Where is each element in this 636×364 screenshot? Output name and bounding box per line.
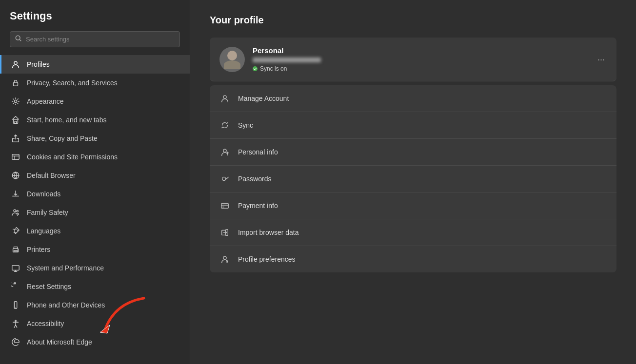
search-input[interactable]: [26, 36, 175, 43]
svg-point-12: [17, 211, 19, 212]
sidebar-item-profiles[interactable]: Profiles: [0, 55, 190, 74]
privacy-icon: [11, 78, 20, 87]
nav-label: Appearance: [27, 97, 64, 105]
svg-point-2: [14, 61, 17, 64]
profile-card[interactable]: Personal Sync is on ···: [210, 38, 616, 81]
home-icon: [11, 115, 20, 124]
appearance-icon: [11, 97, 20, 106]
profile-more-button[interactable]: ···: [594, 52, 609, 66]
sidebar-item-appearance[interactable]: Appearance: [0, 92, 190, 111]
svg-rect-14: [14, 250, 17, 252]
settings-title: Settings: [0, 10, 190, 31]
menu-item-sync[interactable]: Sync: [210, 112, 616, 139]
svg-rect-23: [221, 204, 228, 209]
nav-label: Start, home, and new tabs: [27, 116, 106, 124]
menu-item-personal-info[interactable]: Personal info: [210, 139, 616, 166]
main-content: Your profile Personal Sync is on ··· Man…: [190, 0, 636, 364]
menu-label: Payment info: [238, 202, 278, 210]
profile-icon: [11, 60, 20, 69]
share-icon: [11, 134, 20, 143]
sidebar-item-printers[interactable]: Printers: [0, 240, 190, 259]
printers-icon: [11, 245, 20, 254]
svg-point-21: [223, 149, 226, 152]
nav-label: Reset Settings: [27, 283, 71, 290]
nav-label: Default Browser: [27, 172, 76, 179]
payment-icon: [219, 200, 230, 211]
menu-item-passwords[interactable]: Passwords: [210, 166, 616, 192]
reset-icon: [11, 282, 20, 291]
nav-label: Accessibility: [27, 320, 64, 327]
nav-label: Phone and Other Devices: [27, 301, 105, 309]
nav-label: Privacy, Search, and Services: [27, 79, 118, 87]
menu-label: Passwords: [238, 175, 271, 183]
svg-rect-7: [12, 154, 19, 160]
sync-dot-icon: [253, 66, 258, 71]
sidebar-item-accessibility[interactable]: Accessibility: [0, 314, 190, 333]
sidebar-item-share-copy[interactable]: Share, Copy and Paste: [0, 129, 190, 148]
sidebar-item-system[interactable]: System and Performance: [0, 259, 190, 277]
downloads-icon: [11, 190, 20, 198]
nav-list: Profiles Privacy, Search, and Services A…: [0, 55, 190, 351]
nav-label: Printers: [27, 246, 50, 253]
edge-icon: [11, 338, 20, 346]
page-title: Your profile: [210, 15, 616, 26]
svg-point-22: [222, 177, 226, 180]
menu-label: Profile preferences: [238, 255, 296, 263]
sidebar-item-privacy[interactable]: Privacy, Search, and Services: [0, 74, 190, 92]
nav-label: Languages: [27, 227, 60, 235]
avatar: [219, 47, 245, 72]
browser-icon: [11, 171, 20, 180]
search-icon: [15, 35, 22, 43]
password-icon: [219, 173, 230, 184]
menu-label: Sync: [238, 121, 253, 129]
family-icon: [11, 208, 20, 217]
svg-point-4: [14, 100, 17, 102]
sidebar-item-cookies[interactable]: Cookies and Site Permissions: [0, 148, 190, 166]
nav-label: About Microsoft Edge: [27, 338, 92, 346]
nav-label: Share, Copy and Paste: [27, 134, 98, 142]
accessibility-icon: [11, 319, 20, 328]
languages-icon: [11, 227, 20, 235]
sidebar-item-phone[interactable]: Phone and Other Devices: [0, 296, 190, 314]
prefs-icon: [219, 254, 230, 265]
svg-point-20: [223, 96, 226, 98]
cookies-icon: [11, 153, 20, 161]
nav-label: Cookies and Site Permissions: [27, 153, 118, 161]
svg-point-15: [17, 249, 18, 250]
sidebar-item-languages[interactable]: Languages: [0, 222, 190, 240]
svg-point-18: [15, 307, 16, 307]
profile-name: Personal: [253, 46, 607, 55]
menu-item-profile-preferences[interactable]: Profile preferences: [210, 246, 616, 272]
svg-point-27: [223, 256, 226, 259]
personal-info-icon: [219, 147, 230, 157]
svg-rect-16: [12, 266, 19, 270]
menu-label: Import browser data: [238, 229, 299, 236]
profile-email: [253, 56, 607, 63]
menu-item-import-data[interactable]: Import browser data: [210, 219, 616, 246]
svg-point-11: [14, 210, 16, 212]
sidebar-item-downloads[interactable]: Downloads: [0, 185, 190, 203]
sidebar-item-reset[interactable]: Reset Settings: [0, 277, 190, 296]
nav-label: Profiles: [27, 60, 50, 68]
sidebar: Settings Profiles Privacy, Search, and S…: [0, 0, 190, 364]
sidebar-item-default-browser[interactable]: Default Browser: [0, 166, 190, 185]
profile-menu-list: Manage Account Sync Personal info Passwo…: [210, 85, 616, 272]
profile-info: Personal Sync is on: [253, 46, 607, 72]
account-icon: [219, 93, 230, 104]
sidebar-item-about[interactable]: About Microsoft Edge: [0, 333, 190, 351]
svg-line-1: [20, 39, 21, 41]
svg-rect-3: [14, 82, 18, 86]
phone-icon: [11, 301, 20, 309]
sync-icon: [219, 120, 230, 131]
sidebar-item-family-safety[interactable]: Family Safety: [0, 203, 190, 222]
sidebar-item-start-home[interactable]: Start, home, and new tabs: [0, 111, 190, 129]
sync-status: Sync is on: [253, 65, 607, 72]
menu-item-manage-account[interactable]: Manage Account: [210, 85, 616, 112]
menu-label: Personal info: [238, 148, 278, 156]
search-box[interactable]: [10, 31, 180, 47]
nav-label: Downloads: [27, 190, 60, 198]
menu-item-payment-info[interactable]: Payment info: [210, 192, 616, 219]
svg-point-19: [15, 320, 17, 322]
svg-point-0: [16, 36, 20, 40]
nav-label: System and Performance: [27, 264, 104, 272]
